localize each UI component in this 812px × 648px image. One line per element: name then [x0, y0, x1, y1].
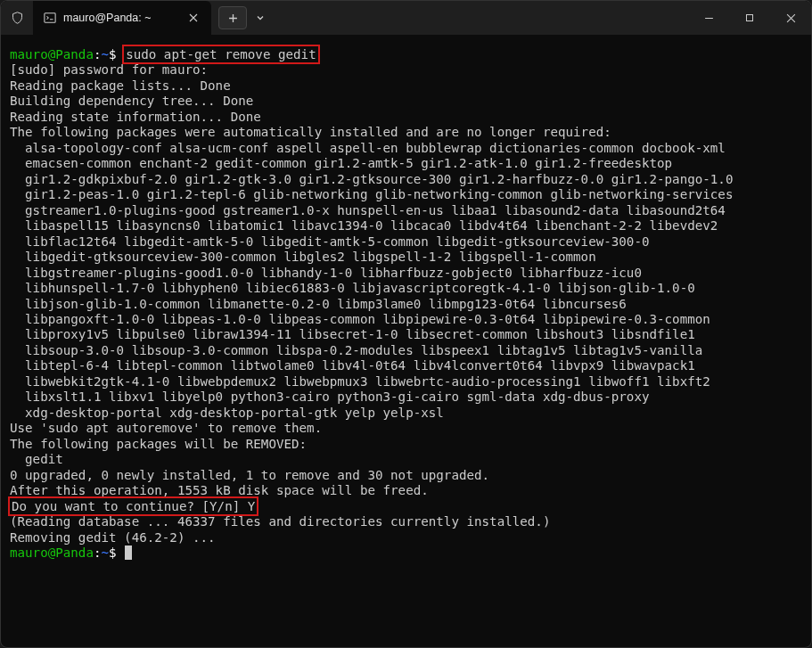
output-line: libtepl-6-4 libtepl-common libtwolame0 l…: [10, 358, 695, 373]
output-line: Reading package lists... Done: [10, 78, 231, 93]
output-line: emacsen-common enchant-2 gedit-common gi…: [10, 156, 672, 170]
output-line: The following packages will be REMOVED:: [10, 437, 307, 451]
output-line: gir1.2-peas-1.0 gir1.2-tepl-6 glib-netwo…: [10, 187, 733, 201]
prompt-user: mauro@Panda: [10, 545, 94, 560]
tab-title: mauro@Panda: ~: [63, 12, 177, 24]
output-line: libflac12t64 libgedit-amtk-5-0 libgedit-…: [10, 234, 650, 249]
prompt-path: ~: [102, 47, 110, 62]
output-line: libxslt1.1 libxv1 libyelp0 python3-cairo…: [10, 390, 650, 404]
prompt-user: mauro@Panda: [10, 47, 94, 62]
output-line: [sudo] password for mauro:: [10, 62, 208, 77]
window-controls: [688, 1, 811, 35]
titlebar: mauro@Panda: ~: [1, 1, 811, 35]
prompt-line-1: mauro@Panda:~$ sudo apt-get remove gedit: [10, 46, 318, 62]
svg-rect-1: [747, 15, 753, 21]
output-line: libsoup-3.0-0 libsoup-3.0-common libspa-…: [10, 343, 702, 357]
output-line: Building dependency tree... Done: [10, 94, 253, 108]
highlighted-command: sudo apt-get remove gedit: [124, 46, 318, 62]
prompt-line-2: mauro@Panda:~$: [10, 545, 132, 560]
output-line: The following packages were automaticall…: [10, 125, 611, 139]
output-line: xdg-desktop-portal xdg-desktop-portal-gt…: [10, 406, 444, 420]
terminal-body[interactable]: mauro@Panda:~$ sudo apt-get remove gedit…: [1, 35, 811, 647]
output-line: gedit: [10, 452, 63, 466]
output-line: 0 upgraded, 0 newly installed, 1 to remo…: [10, 468, 489, 482]
cursor: [125, 545, 132, 560]
tab-close-button[interactable]: [185, 9, 202, 27]
output-line: libgstreamer-plugins-good1.0-0 libhandy-…: [10, 266, 642, 280]
output-line: (Reading database ... 46337 files and di…: [10, 514, 550, 529]
output-line: Reading state information... Done: [10, 110, 261, 124]
output-line: gir1.2-gdkpixbuf-2.0 gir1.2-gtk-3.0 gir1…: [10, 172, 733, 186]
terminal-icon: [44, 12, 56, 24]
output-line: libpangoxft-1.0-0 libpeas-1.0-0 libpeas-…: [10, 312, 710, 326]
output-line: libgedit-gtksourceview-300-common libgle…: [10, 250, 596, 264]
prompt-sep: :: [94, 545, 102, 560]
svg-rect-0: [45, 13, 55, 23]
close-button[interactable]: [770, 1, 811, 35]
output-line: Use 'sudo apt autoremove' to remove them…: [10, 421, 322, 435]
tab-dropdown-button[interactable]: [249, 6, 272, 29]
terminal-window: mauro@Panda: ~ mauro@Panda:~: [0, 0, 812, 648]
prompt-dollar: $: [109, 545, 117, 560]
titlebar-left: mauro@Panda: ~: [1, 1, 688, 35]
output-line: libwebkit2gtk-4.1-0 libwebpdemux2 libweb…: [10, 374, 710, 389]
output-line: libaspell15 libasyncns0 libatomic1 libav…: [10, 218, 718, 233]
minimize-button[interactable]: [688, 1, 729, 35]
new-tab-button[interactable]: [218, 6, 247, 29]
output-line: libjson-glib-1.0-common libmanette-0.2-0…: [10, 297, 627, 311]
tab-active[interactable]: mauro@Panda: ~: [33, 1, 211, 35]
output-line: libproxy1v5 libpulse0 libraw1394-11 libs…: [10, 327, 695, 341]
prompt-dollar: $: [109, 47, 117, 62]
output-line: After this operation, 1553 kB disk space…: [10, 483, 429, 497]
output-line: libhunspell-1.7-0 libhyphen0 libiec61883…: [10, 281, 695, 295]
output-line: gstreamer1.0-plugins-good gstreamer1.0-x…: [10, 203, 726, 217]
shield-icon: [1, 11, 33, 25]
prompt-sep: :: [94, 47, 102, 62]
maximize-button[interactable]: [729, 1, 770, 35]
prompt-path: ~: [102, 545, 110, 560]
output-line: alsa-topology-conf alsa-ucm-conf aspell …: [10, 141, 726, 155]
highlighted-confirm: Do you want to continue? [Y/n] Y: [10, 498, 257, 514]
output-line: Removing gedit (46.2-2) ...: [10, 530, 216, 545]
